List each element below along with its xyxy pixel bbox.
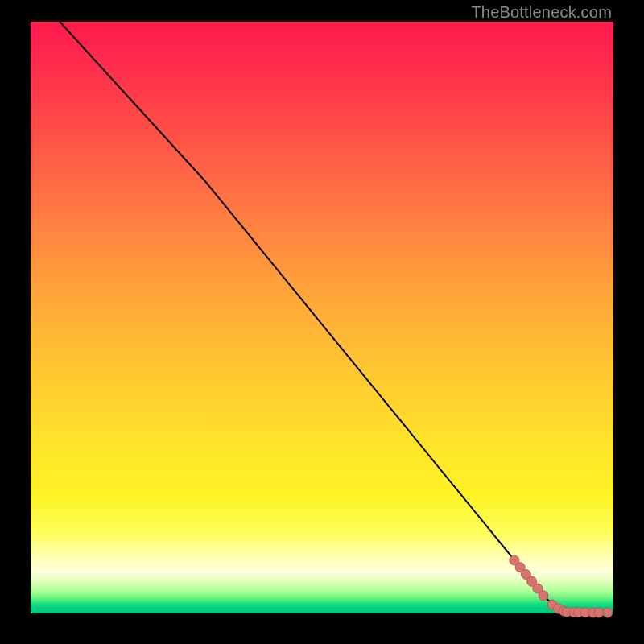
chart-overlay [31, 22, 613, 613]
chart-frame: TheBottleneck.com [0, 0, 644, 644]
data-point [603, 608, 613, 617]
data-point [539, 591, 548, 601]
data-point [594, 608, 604, 617]
bottleneck-curve [60, 22, 613, 613]
data-markers [510, 555, 613, 617]
watermark-text: TheBottleneck.com [471, 3, 612, 22]
